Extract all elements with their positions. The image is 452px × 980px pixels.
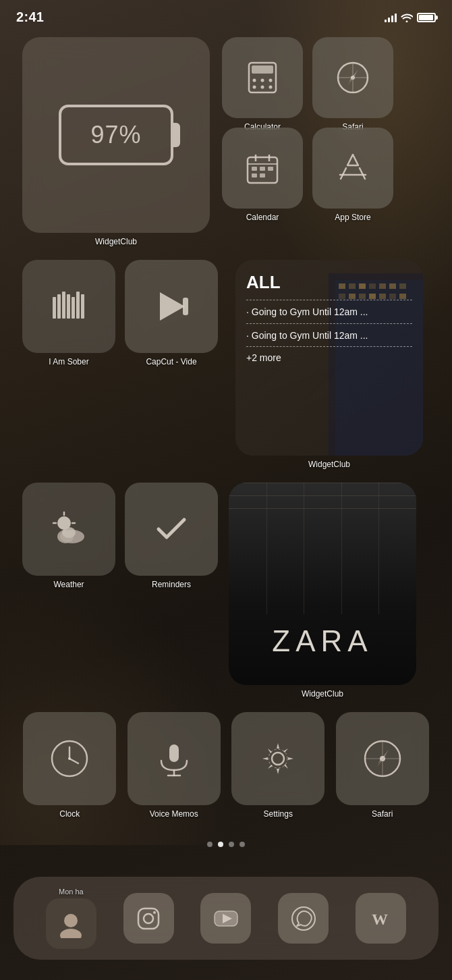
svg-point-7: [269, 86, 273, 89]
svg-point-56: [62, 527, 76, 538]
svg-rect-27: [67, 294, 70, 319]
page-dots: [22, 829, 430, 858]
svg-rect-28: [72, 297, 75, 319]
event-item-1: Going to Gym Until 12am ...: [246, 306, 412, 319]
safari2-label: Safari: [372, 809, 393, 819]
clock-label: Clock: [59, 809, 80, 819]
app-weather[interactable]: Weather: [22, 483, 115, 699]
clock-icon: [23, 712, 116, 805]
event-item-2: Going to Gym Until 12am ...: [246, 329, 412, 343]
zara-store-name: ZARA: [272, 624, 372, 658]
app-calculator[interactable]: Calculator: [222, 37, 303, 118]
page-dot-1[interactable]: [207, 842, 213, 847]
voicememos-icon: [128, 712, 221, 805]
events-widget-app[interactable]: ALL Going to Gym Until 12am ... Going to…: [229, 260, 430, 469]
home-screen: 97% WidgetClub: [0, 30, 452, 858]
wifi-icon: [401, 13, 413, 22]
calendar-label: Calendar: [246, 213, 279, 222]
capcut-label: CapCut - Vide: [146, 357, 196, 366]
voicememos-label: Voice Memos: [150, 809, 198, 819]
svg-point-64: [272, 753, 284, 765]
left-pair-2: Weather Reminders: [22, 483, 218, 699]
weather-label: Weather: [53, 580, 84, 589]
wattpad-icon: W: [356, 893, 406, 944]
svg-marker-71: [376, 754, 387, 767]
battery-percentage: 97%: [90, 121, 141, 149]
battery-widget-display: 97%: [59, 105, 173, 165]
dock-instagram[interactable]: [123, 893, 174, 944]
svg-rect-74: [138, 908, 159, 929]
reminders-label: Reminders: [152, 580, 191, 589]
top-app-row: Calculator Safari: [222, 37, 393, 118]
dock-wattpad[interactable]: W: [356, 893, 406, 944]
svg-rect-32: [183, 298, 188, 315]
calendar-icon: [222, 128, 303, 209]
battery-widget-label: WidgetClub: [95, 237, 137, 246]
battery-widget: 97%: [22, 37, 210, 233]
safari-icon: [312, 37, 393, 118]
page-dot-3[interactable]: [229, 842, 234, 847]
svg-point-72: [64, 914, 78, 927]
app-reminders[interactable]: Reminders: [125, 483, 218, 699]
svg-rect-25: [57, 294, 61, 319]
settings-icon: [231, 712, 324, 805]
reminders-icon: [125, 483, 218, 576]
svg-marker-31: [160, 292, 185, 321]
app-iamsober[interactable]: I Am Sober: [22, 260, 115, 366]
svg-line-59: [69, 759, 78, 763]
app-voicememos[interactable]: Voice Memos: [127, 712, 222, 819]
svg-point-76: [153, 911, 156, 914]
svg-text:W: W: [372, 910, 388, 928]
app-settings[interactable]: Settings: [231, 712, 326, 819]
page-dot-2[interactable]: [218, 842, 223, 847]
battery-status-icon: [417, 13, 436, 22]
events-more: +2 more: [246, 352, 412, 363]
small-app-grid: Calculator Safari: [222, 37, 393, 209]
events-widget: ALL Going to Gym Until 12am ... Going to…: [235, 260, 423, 456]
bottom-app-row: Calendar App Store: [222, 128, 393, 209]
left-pair: I Am Sober CapCut - Vide: [22, 260, 218, 366]
weather-icon: [22, 483, 115, 576]
svg-rect-29: [76, 292, 80, 319]
whatsapp-icon: [278, 893, 329, 944]
svg-rect-61: [169, 744, 179, 762]
app-calendar[interactable]: Calendar: [222, 128, 303, 209]
settings-label: Settings: [264, 809, 293, 819]
svg-rect-24: [53, 297, 56, 319]
page-dot-4[interactable]: [239, 842, 245, 847]
zara-widget: ZARA: [229, 483, 416, 685]
app-safari2[interactable]: Safari: [335, 712, 430, 819]
zara-widget-app[interactable]: ZARA WidgetClub: [229, 483, 416, 699]
dock-whatsapp[interactable]: [278, 893, 329, 944]
battery-widget-app[interactable]: 97% WidgetClub: [22, 37, 210, 246]
status-icons: [385, 13, 436, 22]
capcut-icon: [125, 260, 218, 353]
svg-marker-12: [349, 70, 358, 82]
appstore-label: App Store: [335, 213, 370, 222]
signal-icon: [385, 13, 397, 22]
iamsober-label: I Am Sober: [49, 357, 88, 366]
dock-youtube[interactable]: [200, 893, 251, 944]
app-safari[interactable]: Safari: [312, 37, 393, 118]
svg-point-5: [253, 86, 256, 89]
dock-monha-label: Mon ha: [59, 888, 84, 896]
svg-point-60: [68, 757, 71, 760]
svg-point-4: [269, 79, 273, 82]
iamsober-icon: [22, 260, 115, 353]
dock-monha[interactable]: Mon ha: [46, 888, 96, 949]
youtube-icon: [200, 893, 251, 944]
app-clock[interactable]: Clock: [22, 712, 117, 819]
zara-widget-label: WidgetClub: [302, 689, 343, 699]
svg-rect-18: [252, 167, 257, 171]
app-appstore[interactable]: App Store: [312, 128, 393, 209]
row-4: Clock Voice Memos: [22, 712, 430, 819]
dock-monha-icon: [46, 898, 96, 949]
app-capcut[interactable]: CapCut - Vide: [125, 260, 218, 366]
events-divider-3: [246, 346, 412, 347]
svg-rect-21: [252, 173, 257, 178]
row-1: 97% WidgetClub: [22, 37, 430, 246]
svg-point-75: [144, 914, 153, 923]
svg-point-73: [60, 929, 82, 938]
svg-rect-20: [268, 167, 273, 171]
svg-rect-22: [260, 173, 265, 178]
